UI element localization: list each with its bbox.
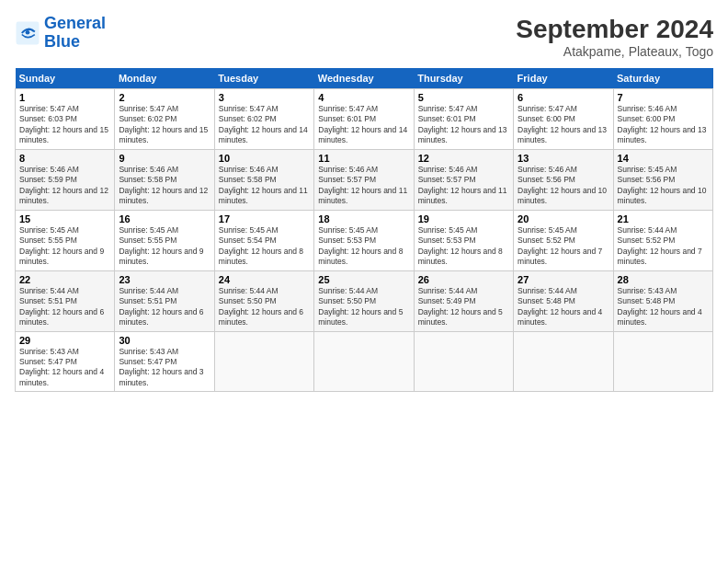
day-cell: 29 Sunrise: 5:43 AM Sunset: 5:47 PM Dayl… [16,331,115,392]
day-info: Sunrise: 5:46 AM Sunset: 6:00 PM Dayligh… [618,104,709,146]
header-friday: Friday [514,68,613,89]
calendar-title: September 2024 [516,15,713,44]
day-number: 13 [518,153,609,164]
week-row-5: 29 Sunrise: 5:43 AM Sunset: 5:47 PM Dayl… [16,331,713,392]
day-info: Sunrise: 5:44 AM Sunset: 5:51 PM Dayligh… [19,286,110,328]
day-number: 7 [618,92,709,103]
day-cell: 22 Sunrise: 5:44 AM Sunset: 5:51 PM Dayl… [16,270,115,331]
header-tuesday: Tuesday [214,68,313,89]
day-number: 24 [219,274,310,285]
day-cell: 12 Sunrise: 5:46 AM Sunset: 5:57 PM Dayl… [414,149,513,210]
day-cell [514,331,613,392]
day-number: 26 [418,274,509,285]
day-info: Sunrise: 5:45 AM Sunset: 5:53 PM Dayligh… [418,225,509,268]
header-thursday: Thursday [414,68,513,89]
day-cell: 30 Sunrise: 5:43 AM Sunset: 5:47 PM Dayl… [115,331,214,392]
week-row-1: 1 Sunrise: 5:47 AM Sunset: 6:03 PM Dayli… [16,89,713,150]
day-number: 30 [119,335,210,346]
header-sunday: Sunday [16,68,115,89]
day-cell: 1 Sunrise: 5:47 AM Sunset: 6:03 PM Dayli… [16,89,115,150]
calendar-header-row: SundayMondayTuesdayWednesdayThursdayFrid… [16,68,713,89]
day-cell: 4 Sunrise: 5:47 AM Sunset: 6:01 PM Dayli… [314,89,414,150]
svg-point-1 [26,30,30,35]
day-cell: 13 Sunrise: 5:46 AM Sunset: 5:56 PM Dayl… [514,149,613,210]
day-info: Sunrise: 5:47 AM Sunset: 6:00 PM Dayligh… [518,104,609,146]
day-number: 18 [318,213,409,224]
day-number: 23 [119,274,210,285]
day-number: 10 [219,153,310,164]
week-row-2: 8 Sunrise: 5:46 AM Sunset: 5:59 PM Dayli… [16,149,713,210]
day-info: Sunrise: 5:46 AM Sunset: 5:57 PM Dayligh… [418,165,509,207]
day-number: 1 [19,92,110,103]
day-number: 14 [618,153,709,164]
day-cell: 23 Sunrise: 5:44 AM Sunset: 5:51 PM Dayl… [115,270,214,331]
day-number: 28 [618,274,709,285]
day-number: 3 [219,92,310,103]
day-number: 15 [19,213,110,224]
day-number: 20 [518,213,609,224]
day-info: Sunrise: 5:45 AM Sunset: 5:53 PM Dayligh… [318,225,409,268]
day-cell: 3 Sunrise: 5:47 AM Sunset: 6:02 PM Dayli… [214,89,313,150]
day-number: 2 [119,92,210,103]
day-info: Sunrise: 5:47 AM Sunset: 6:01 PM Dayligh… [418,104,509,146]
day-number: 8 [19,153,110,164]
day-info: Sunrise: 5:44 AM Sunset: 5:48 PM Dayligh… [518,286,609,328]
day-number: 6 [518,92,609,103]
week-row-4: 22 Sunrise: 5:44 AM Sunset: 5:51 PM Dayl… [16,270,713,331]
day-cell: 21 Sunrise: 5:44 AM Sunset: 5:52 PM Dayl… [613,210,712,270]
day-number: 9 [119,153,210,164]
day-info: Sunrise: 5:46 AM Sunset: 5:56 PM Dayligh… [518,165,609,207]
day-cell: 6 Sunrise: 5:47 AM Sunset: 6:00 PM Dayli… [514,89,613,150]
page-header: General Blue September 2024 Atakpame, Pl… [15,15,713,59]
day-info: Sunrise: 5:45 AM Sunset: 5:52 PM Dayligh… [518,225,609,268]
day-cell [414,331,513,392]
day-cell: 16 Sunrise: 5:45 AM Sunset: 5:55 PM Dayl… [115,210,214,270]
day-cell [613,331,712,392]
day-number: 21 [618,213,709,224]
day-cell [314,331,414,392]
day-number: 11 [318,153,409,164]
day-number: 4 [318,92,409,103]
header-wednesday: Wednesday [314,68,414,89]
day-cell: 2 Sunrise: 5:47 AM Sunset: 6:02 PM Dayli… [115,89,214,150]
day-cell: 15 Sunrise: 5:45 AM Sunset: 5:55 PM Dayl… [16,210,115,270]
day-cell: 20 Sunrise: 5:45 AM Sunset: 5:52 PM Dayl… [514,210,613,270]
day-cell: 25 Sunrise: 5:44 AM Sunset: 5:50 PM Dayl… [314,270,414,331]
day-info: Sunrise: 5:44 AM Sunset: 5:52 PM Dayligh… [618,225,709,268]
day-cell: 7 Sunrise: 5:46 AM Sunset: 6:00 PM Dayli… [613,89,712,150]
title-block: September 2024 Atakpame, Plateaux, Togo [516,15,713,59]
day-info: Sunrise: 5:47 AM Sunset: 6:01 PM Dayligh… [318,104,409,146]
day-info: Sunrise: 5:44 AM Sunset: 5:49 PM Dayligh… [418,286,509,328]
header-monday: Monday [115,68,214,89]
day-number: 29 [19,335,110,346]
day-cell: 8 Sunrise: 5:46 AM Sunset: 5:59 PM Dayli… [16,149,115,210]
day-info: Sunrise: 5:45 AM Sunset: 5:56 PM Dayligh… [618,165,709,207]
day-number: 25 [318,274,409,285]
day-info: Sunrise: 5:47 AM Sunset: 6:02 PM Dayligh… [219,104,310,146]
day-info: Sunrise: 5:43 AM Sunset: 5:47 PM Dayligh… [19,347,110,389]
day-cell: 5 Sunrise: 5:47 AM Sunset: 6:01 PM Dayli… [414,89,513,150]
day-info: Sunrise: 5:47 AM Sunset: 6:03 PM Dayligh… [19,104,110,146]
day-cell: 17 Sunrise: 5:45 AM Sunset: 5:54 PM Dayl… [214,210,313,270]
day-number: 16 [119,213,210,224]
day-number: 12 [418,153,509,164]
calendar-subtitle: Atakpame, Plateaux, Togo [516,44,713,59]
day-number: 19 [418,213,509,224]
day-info: Sunrise: 5:44 AM Sunset: 5:51 PM Dayligh… [119,286,210,328]
day-info: Sunrise: 5:46 AM Sunset: 5:58 PM Dayligh… [119,165,210,207]
day-cell: 27 Sunrise: 5:44 AM Sunset: 5:48 PM Dayl… [514,270,613,331]
day-number: 17 [219,213,310,224]
day-cell: 26 Sunrise: 5:44 AM Sunset: 5:49 PM Dayl… [414,270,513,331]
day-cell: 18 Sunrise: 5:45 AM Sunset: 5:53 PM Dayl… [314,210,414,270]
logo-icon [15,20,40,46]
day-cell: 11 Sunrise: 5:46 AM Sunset: 5:57 PM Dayl… [314,149,414,210]
day-info: Sunrise: 5:43 AM Sunset: 5:47 PM Dayligh… [119,347,210,389]
day-info: Sunrise: 5:46 AM Sunset: 5:59 PM Dayligh… [19,165,110,207]
day-number: 27 [518,274,609,285]
day-cell: 9 Sunrise: 5:46 AM Sunset: 5:58 PM Dayli… [115,149,214,210]
day-cell: 19 Sunrise: 5:45 AM Sunset: 5:53 PM Dayl… [414,210,513,270]
day-info: Sunrise: 5:47 AM Sunset: 6:02 PM Dayligh… [119,104,210,146]
calendar-table: SundayMondayTuesdayWednesdayThursdayFrid… [15,68,713,392]
day-cell [214,331,313,392]
day-info: Sunrise: 5:43 AM Sunset: 5:48 PM Dayligh… [618,286,709,328]
